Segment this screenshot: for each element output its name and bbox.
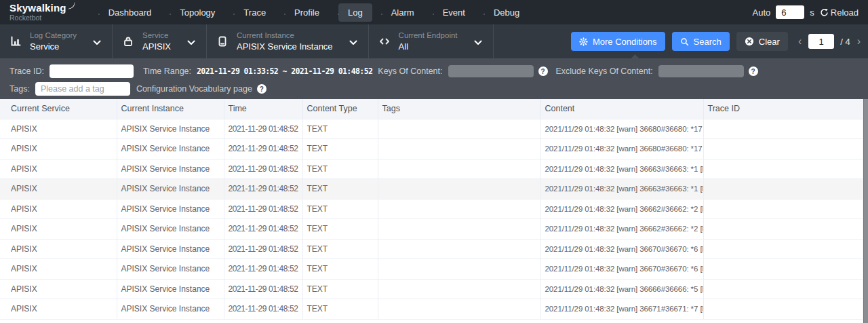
table-row[interactable]: APISIX APISIX Service Instance 2021-11-2… bbox=[0, 159, 863, 179]
search-icon bbox=[680, 37, 689, 46]
cell-content-type: TEXT bbox=[302, 159, 378, 179]
cell-content-type: TEXT bbox=[302, 299, 378, 320]
col-header-tags: Tags bbox=[378, 99, 540, 119]
nav-item-debug[interactable]: Debug bbox=[484, 3, 529, 22]
service-selector[interactable]: Service APISIX bbox=[113, 31, 206, 52]
main-menu: Dashboard Topology Trace Profile Log Ala… bbox=[94, 0, 534, 24]
cell-current-instance: APISIX Service Instance bbox=[117, 199, 224, 219]
cell-current-service: APISIX bbox=[0, 219, 117, 240]
exclude-keys-label: Exclude Keys Of Content: bbox=[556, 66, 653, 76]
next-page-button[interactable]: › bbox=[856, 36, 861, 47]
cell-current-instance: APISIX Service Instance bbox=[117, 159, 224, 179]
table-row[interactable]: APISIX APISIX Service Instance 2021-11-2… bbox=[0, 279, 863, 299]
help-icon[interactable]: ? bbox=[538, 66, 548, 76]
reload-button[interactable]: Reload bbox=[820, 7, 859, 18]
nav-item-dashboard[interactable]: Dashboard bbox=[99, 3, 161, 22]
table-row[interactable]: APISIX APISIX Service Instance 2021-11-2… bbox=[0, 259, 863, 280]
cell-trace-id bbox=[703, 219, 863, 240]
cell-content-type: TEXT bbox=[302, 199, 378, 219]
clear-button[interactable]: Clear bbox=[736, 32, 788, 51]
table-row[interactable]: APISIX APISIX Service Instance 2021-11-2… bbox=[0, 239, 863, 259]
auto-reload-controls: Auto s Reload bbox=[753, 5, 859, 19]
cell-time: 2021-11-29 01:48:52 bbox=[224, 259, 302, 280]
auto-label: Auto bbox=[753, 7, 771, 18]
logo-title-text: Skywalking bbox=[9, 3, 66, 13]
gear-icon bbox=[579, 37, 588, 46]
cell-content: 2021/11/29 01:48:32 [warn] 36666#36666: … bbox=[540, 279, 703, 299]
reload-icon bbox=[820, 8, 829, 17]
filter-actions: More Conditions Search Clear ‹ / 4 › bbox=[571, 32, 868, 51]
cell-tags bbox=[378, 279, 540, 299]
table-row[interactable]: APISIX APISIX Service Instance 2021-11-2… bbox=[0, 139, 863, 159]
pagination: ‹ / 4 › bbox=[797, 34, 861, 49]
logo-subtitle: Rocketbot bbox=[9, 14, 75, 22]
table-row[interactable]: APISIX APISIX Service Instance 2021-11-2… bbox=[0, 299, 863, 320]
cell-content-type: TEXT bbox=[302, 219, 378, 240]
auto-interval-input[interactable] bbox=[776, 5, 804, 19]
cell-content: 2021/11/29 01:48:32 [warn] 36662#36662: … bbox=[540, 219, 703, 240]
vocabulary-page-link[interactable]: Configuration Vocabulary page bbox=[136, 84, 252, 94]
cell-trace-id bbox=[703, 139, 863, 159]
table-row[interactable]: APISIX APISIX Service Instance 2021-11-2… bbox=[0, 219, 863, 240]
cell-current-service: APISIX bbox=[0, 119, 117, 139]
time-range-label: Time Range: bbox=[143, 66, 191, 76]
chevron-down-icon bbox=[93, 40, 101, 45]
selector-label: Log Category bbox=[30, 31, 77, 41]
cell-trace-id bbox=[703, 119, 863, 139]
auto-unit: s bbox=[810, 7, 814, 18]
nav-item-trace[interactable]: Trace bbox=[234, 3, 275, 22]
cell-tags bbox=[378, 219, 540, 240]
selector-value: Service bbox=[30, 41, 77, 52]
nav-item-topology[interactable]: Topology bbox=[170, 3, 224, 22]
cell-content: 2021/11/29 01:48:32 [warn] 36663#36663: … bbox=[540, 179, 703, 200]
cell-trace-id bbox=[703, 259, 863, 280]
cell-trace-id bbox=[703, 279, 863, 299]
current-endpoint-selector[interactable]: Current Endpoint All bbox=[369, 31, 493, 52]
cell-trace-id bbox=[703, 199, 863, 219]
page-number-input[interactable] bbox=[808, 34, 834, 49]
help-icon[interactable]: ? bbox=[257, 84, 267, 94]
comet-icon bbox=[67, 1, 75, 10]
selector-value: APISIX bbox=[142, 41, 171, 52]
current-instance-selector[interactable]: Current Instance APISIX Service Instance bbox=[207, 31, 368, 52]
nav-item-alarm[interactable]: Alarm bbox=[382, 3, 424, 22]
help-icon[interactable]: ? bbox=[749, 66, 758, 76]
trace-id-input[interactable] bbox=[50, 64, 134, 78]
selector-value: APISIX Service Instance bbox=[237, 41, 333, 52]
time-range-value[interactable]: 2021-11-29 01:33:52 ~ 2021-11-29 01:48:5… bbox=[197, 66, 372, 76]
cell-current-instance: APISIX Service Instance bbox=[117, 239, 224, 259]
more-conditions-button[interactable]: More Conditions bbox=[571, 32, 665, 51]
cell-trace-id bbox=[703, 159, 863, 179]
cell-content-type: TEXT bbox=[302, 139, 378, 159]
cell-content: 2021/11/29 01:48:32 [warn] 36670#36670: … bbox=[540, 239, 703, 259]
cell-current-service: APISIX bbox=[0, 139, 117, 159]
selector-label: Current Instance bbox=[237, 31, 333, 41]
cell-current-service: APISIX bbox=[0, 199, 117, 219]
reload-label: Reload bbox=[831, 7, 859, 18]
nav-item-log[interactable]: Log bbox=[338, 3, 372, 22]
conditions-row-2: Tags: Configuration Vocabulary page ? bbox=[9, 81, 868, 96]
cell-content: 2021/11/29 01:48:32 [warn] 36670#36670: … bbox=[540, 259, 703, 280]
prev-page-button[interactable]: ‹ bbox=[797, 36, 802, 47]
col-header-trace-id: Trace ID bbox=[703, 99, 863, 119]
table-row[interactable]: APISIX APISIX Service Instance 2021-11-2… bbox=[0, 179, 863, 200]
conditions-panel: Trace ID: Time Range: 2021-11-29 01:33:5… bbox=[0, 58, 868, 99]
filter-bar: Log Category Service Service APISIX Curr… bbox=[0, 24, 868, 58]
nav-item-profile[interactable]: Profile bbox=[285, 3, 329, 22]
cell-tags bbox=[378, 139, 540, 159]
cell-current-instance: APISIX Service Instance bbox=[117, 139, 224, 159]
search-button[interactable]: Search bbox=[672, 32, 730, 51]
search-label: Search bbox=[694, 37, 722, 47]
exclude-keys-input[interactable] bbox=[658, 65, 744, 77]
tags-input[interactable] bbox=[35, 82, 130, 96]
table-row[interactable]: APISIX APISIX Service Instance 2021-11-2… bbox=[0, 119, 863, 139]
trace-id-label: Trace ID: bbox=[9, 66, 44, 76]
scrollbar-thumb[interactable] bbox=[863, 99, 868, 323]
keys-of-content-input[interactable] bbox=[448, 65, 534, 77]
conditions-row-1: Trace ID: Time Range: 2021-11-29 01:33:5… bbox=[9, 63, 868, 79]
table-row[interactable]: APISIX APISIX Service Instance 2021-11-2… bbox=[0, 199, 863, 219]
cell-time: 2021-11-29 01:48:52 bbox=[224, 179, 302, 200]
nav-item-event[interactable]: Event bbox=[433, 3, 475, 22]
log-category-selector[interactable]: Log Category Service bbox=[0, 31, 112, 52]
cell-content: 2021/11/29 01:48:32 [warn] 36663#36663: … bbox=[540, 159, 703, 179]
